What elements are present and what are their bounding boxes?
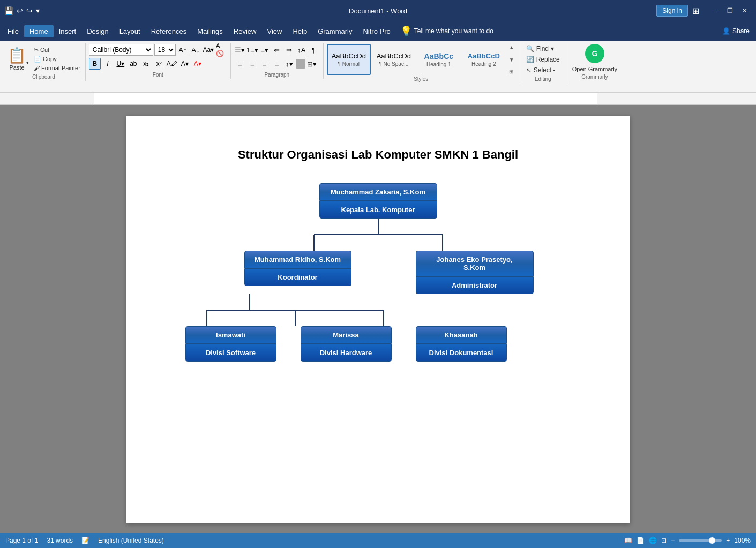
show-formatting-button[interactable]: ¶ (308, 44, 320, 56)
increase-indent-button[interactable]: ⇒ (283, 44, 295, 56)
shading-button[interactable] (296, 59, 305, 69)
decrease-indent-button[interactable]: ⇐ (271, 44, 283, 56)
style-no-spacing-label: ¶ No Spac... (379, 61, 408, 67)
bullets-button[interactable]: ☰▾ (234, 44, 246, 56)
underline-button[interactable]: U▾ (115, 58, 126, 70)
copy-button[interactable]: 📄 Copy (32, 55, 82, 63)
strikethrough-button[interactable]: ab (128, 58, 139, 70)
bold-button[interactable]: B (89, 58, 101, 70)
root-name-box[interactable]: Muchammad Zakaria, S.Kom (319, 183, 437, 201)
menu-design[interactable]: Design (81, 25, 114, 37)
font-family-select[interactable]: Calibri (Body) (89, 44, 153, 56)
font-size-select[interactable]: 18 (154, 44, 176, 56)
ribbon: 📋 Paste ▾ ✂ Cut 📄 Copy 🖌 Format Painter … (0, 41, 756, 92)
administrator-role-box[interactable]: Administrator (416, 276, 534, 294)
change-case-button[interactable]: Aa▾ (203, 44, 214, 56)
menu-view[interactable]: View (261, 25, 287, 37)
replace-icon: 🔄 (526, 56, 534, 63)
paste-button[interactable]: 📋 Paste ▾ (5, 44, 31, 73)
layout-icon[interactable]: ⊞ (692, 6, 699, 16)
increase-font-button[interactable]: A↑ (177, 44, 189, 56)
close-button[interactable]: ✕ (738, 4, 752, 18)
text-color-button[interactable]: A▾ (192, 58, 204, 70)
root-node[interactable]: Muchammad Zakaria, S.Kom Kepala Lab. Kom… (319, 183, 437, 219)
find-dropdown[interactable]: ▾ (551, 45, 554, 52)
document-page: Struktur Organisasi Lab Komputer SMKN 1 … (126, 116, 630, 523)
koordinator-node[interactable]: Muhammad Ridho, S.Kom Koordinator (244, 251, 351, 286)
minimize-button[interactable]: ─ (708, 4, 722, 18)
menu-home[interactable]: Home (24, 25, 54, 37)
menu-review[interactable]: Review (228, 25, 262, 37)
style-no-spacing[interactable]: AaBbCcDd ¶ No Spac... (372, 44, 416, 75)
menu-nitropro[interactable]: Nitro Pro (357, 25, 395, 37)
khasanah-role-box[interactable]: Divisi Dokumentasi (416, 344, 507, 362)
khasanah-name-box[interactable]: Khasanah (416, 326, 507, 344)
borders-button[interactable]: ⊞▾ (306, 58, 318, 70)
lightbulb-icon[interactable]: 💡 (400, 25, 412, 37)
align-right-button[interactable]: ≡ (259, 58, 271, 70)
styles-scroll-down[interactable]: ▼ (508, 56, 515, 63)
ismawati-name-box[interactable]: Ismawati (185, 326, 276, 344)
level1-connector-svg (244, 219, 512, 251)
font-group: Calibri (Body) 18 A↑ A↓ Aa▾ A🚫 B I U▾ ab… (86, 43, 231, 79)
line-spacing-button[interactable]: ↕▾ (283, 58, 295, 70)
styles-scroll-up[interactable]: ▲ (508, 44, 515, 51)
signin-button[interactable]: Sign in (656, 5, 688, 17)
menu-file[interactable]: File (2, 25, 24, 37)
replace-button[interactable]: 🔄 Replace (523, 55, 563, 64)
koordinator-name-box[interactable]: Muhammad Ridho, S.Kom (244, 251, 351, 268)
superscript-button[interactable]: x² (153, 58, 165, 70)
numbering-button[interactable]: 1≡▾ (246, 44, 258, 56)
justify-button[interactable]: ≡ (271, 58, 283, 70)
find-button[interactable]: 🔍 Find ▾ (523, 44, 563, 54)
koordinator-role-box[interactable]: Koordinator (244, 268, 351, 286)
font-color-button[interactable]: A▾ (179, 58, 191, 70)
level2-connector-svg (180, 294, 512, 326)
titlebar-right: Sign in ⊞ ─ ❐ ✕ (656, 4, 752, 18)
grammarly-icon[interactable]: G (585, 44, 604, 63)
decrease-font-button[interactable]: A↓ (190, 44, 201, 56)
administrator-name-box[interactable]: Johanes Eko Prasetyo, S.Kom (416, 251, 534, 276)
marissa-node[interactable]: Marissa Divisi Hardware (301, 326, 392, 362)
find-label: Find (536, 45, 549, 52)
share-button[interactable]: 👤 Share (722, 27, 750, 35)
marissa-name-box[interactable]: Marissa (301, 326, 392, 344)
menu-help[interactable]: Help (287, 25, 312, 37)
qat-dropdown-icon[interactable]: ▾ (36, 6, 40, 15)
multilevel-list-button[interactable]: ≡▾ (259, 44, 271, 56)
text-highlight-button[interactable]: A🖊 (166, 58, 178, 70)
cut-button[interactable]: ✂ Cut (32, 46, 82, 54)
sort-button[interactable]: ↕A (296, 44, 308, 56)
style-heading2[interactable]: AaBbCcD Heading 2 (462, 44, 506, 75)
administrator-node[interactable]: Johanes Eko Prasetyo, S.Kom Administrato… (416, 251, 534, 294)
styles-expand[interactable]: ⊞ (508, 68, 515, 75)
tell-me-input[interactable]: Tell me what you want to do (414, 27, 493, 35)
style-normal[interactable]: AaBbCcDd ¶ Normal (327, 44, 371, 75)
menu-grammarly[interactable]: Grammarly (312, 25, 357, 37)
restore-button[interactable]: ❐ (723, 4, 737, 18)
menu-insert[interactable]: Insert (54, 25, 82, 37)
italic-button[interactable]: I (102, 58, 114, 70)
format-painter-button[interactable]: 🖌 Format Painter (32, 64, 82, 72)
editing-buttons: 🔍 Find ▾ 🔄 Replace ↖ Select - (523, 44, 563, 75)
khasanah-node[interactable]: Khasanah Divisi Dokumentasi (416, 326, 507, 362)
ismawati-role-box[interactable]: Divisi Software (185, 344, 276, 362)
align-center-button[interactable]: ≡ (246, 58, 258, 70)
paste-dropdown[interactable]: ▾ (26, 60, 29, 65)
menu-layout[interactable]: Layout (114, 25, 146, 37)
subscript-button[interactable]: x₂ (140, 58, 152, 70)
document-area[interactable]: Struktur Organisasi Lab Komputer SMKN 1 … (0, 105, 756, 534)
menu-references[interactable]: References (146, 25, 192, 37)
style-heading1[interactable]: AaBbCc Heading 1 (417, 44, 461, 75)
menu-mailings[interactable]: Mailings (192, 25, 228, 37)
clear-format-button[interactable]: A🚫 (215, 44, 227, 56)
root-role-box[interactable]: Kepala Lab. Komputer (319, 201, 437, 219)
ismawati-node[interactable]: Ismawati Divisi Software (185, 326, 276, 362)
align-left-button[interactable]: ≡ (234, 58, 246, 70)
redo-icon[interactable]: ↪ (26, 6, 33, 15)
marissa-role-box[interactable]: Divisi Hardware (301, 344, 392, 362)
open-grammarly-button[interactable]: Open Grammarly (571, 65, 619, 73)
undo-icon[interactable]: ↩ (17, 6, 23, 15)
select-button[interactable]: ↖ Select - (523, 65, 563, 75)
save-icon[interactable]: 💾 (4, 6, 13, 15)
